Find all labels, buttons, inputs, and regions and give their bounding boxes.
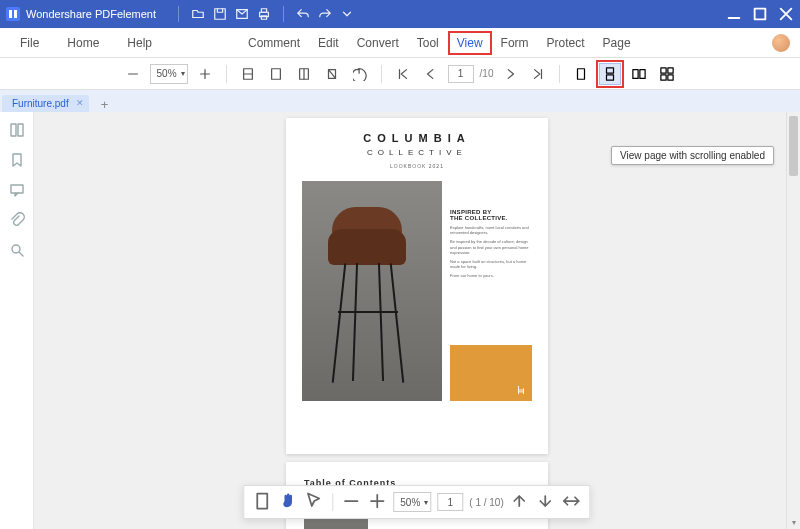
view-toolbar: 50%▾ /10 bbox=[0, 58, 800, 90]
menu-tool[interactable]: Tool bbox=[409, 32, 447, 54]
doc-hero-image bbox=[302, 181, 442, 401]
undo-icon[interactable] bbox=[296, 7, 310, 21]
two-page-button[interactable] bbox=[628, 63, 650, 85]
svg-rect-19 bbox=[11, 124, 16, 136]
tooltip: View page with scrolling enabled bbox=[611, 146, 774, 165]
minimize-button[interactable] bbox=[726, 6, 742, 22]
pdf-page-1: COLUMBIA COLLECTIVE LOOKBOOK 2021 INSPIR… bbox=[286, 118, 548, 454]
single-page-button[interactable] bbox=[570, 63, 592, 85]
first-page-button[interactable] bbox=[392, 63, 414, 85]
doc-para-3: Not a space built on structures, but a h… bbox=[450, 259, 532, 269]
print-icon[interactable] bbox=[257, 7, 271, 21]
dropdown-icon[interactable] bbox=[340, 7, 354, 21]
doc-lookbook: LOOKBOOK 2021 bbox=[302, 163, 532, 169]
attachments-icon[interactable] bbox=[9, 212, 25, 228]
side-panel bbox=[0, 112, 34, 529]
scroll-down-icon[interactable]: ▾ bbox=[787, 515, 800, 529]
prev-page-button[interactable] bbox=[420, 63, 442, 85]
svg-rect-3 bbox=[261, 9, 266, 13]
actual-size-icon[interactable] bbox=[321, 63, 343, 85]
title-bar: Wondershare PDFelement bbox=[0, 0, 800, 28]
float-prev-page[interactable] bbox=[510, 491, 530, 513]
next-page-button[interactable] bbox=[499, 63, 521, 85]
file-tab[interactable]: Furniture.pdf ✕ bbox=[2, 95, 89, 112]
svg-rect-14 bbox=[640, 69, 645, 78]
scroll-view-highlight bbox=[598, 62, 622, 86]
close-tab-icon[interactable]: ✕ bbox=[76, 98, 84, 108]
page-total: /10 bbox=[480, 68, 494, 79]
document-canvas[interactable]: View page with scrolling enabled COLUMBI… bbox=[34, 112, 800, 529]
svg-rect-11 bbox=[607, 67, 614, 72]
svg-rect-23 bbox=[257, 494, 267, 509]
bookmarks-icon[interactable] bbox=[9, 152, 25, 168]
svg-rect-17 bbox=[661, 74, 666, 79]
float-fit-width[interactable] bbox=[562, 491, 582, 513]
select-tool-icon[interactable] bbox=[304, 491, 324, 513]
zoom-select[interactable]: 50%▾ bbox=[150, 64, 188, 84]
float-zoom-select[interactable]: 50%▾ bbox=[393, 492, 431, 512]
svg-rect-5 bbox=[755, 9, 766, 20]
menu-form[interactable]: Form bbox=[493, 32, 537, 54]
menu-view[interactable]: View bbox=[449, 32, 491, 54]
doc-accent-block bbox=[450, 345, 532, 401]
svg-rect-21 bbox=[11, 185, 23, 193]
two-page-scroll-button[interactable] bbox=[656, 63, 678, 85]
hand-tool-icon[interactable] bbox=[278, 491, 298, 513]
doc-para-2: Be inspired by the decade of culture, de… bbox=[450, 239, 532, 255]
last-page-button[interactable] bbox=[527, 63, 549, 85]
redo-icon[interactable] bbox=[318, 7, 332, 21]
zoom-out-button[interactable] bbox=[122, 63, 144, 85]
svg-rect-12 bbox=[607, 74, 614, 79]
document-tabs: Furniture.pdf ✕ + bbox=[0, 90, 800, 112]
svg-rect-10 bbox=[578, 68, 585, 79]
page-input[interactable] bbox=[448, 65, 474, 83]
close-button[interactable] bbox=[778, 6, 794, 22]
menu-protect[interactable]: Protect bbox=[539, 32, 593, 54]
mail-icon[interactable] bbox=[235, 7, 249, 21]
svg-rect-13 bbox=[633, 69, 638, 78]
fit-page-icon[interactable] bbox=[265, 63, 287, 85]
save-icon[interactable] bbox=[213, 7, 227, 21]
float-next-page[interactable] bbox=[536, 491, 556, 513]
work-area: View page with scrolling enabled COLUMBI… bbox=[0, 112, 800, 529]
menu-convert[interactable]: Convert bbox=[349, 32, 407, 54]
svg-rect-4 bbox=[261, 16, 266, 20]
open-icon[interactable] bbox=[191, 7, 205, 21]
fit-height-icon[interactable] bbox=[293, 63, 315, 85]
doc-title: COLUMBIA bbox=[302, 132, 532, 144]
search-icon[interactable] bbox=[9, 242, 25, 258]
file-tab-label: Furniture.pdf bbox=[12, 98, 69, 109]
menu-help[interactable]: Help bbox=[119, 32, 160, 54]
zoom-in-button[interactable] bbox=[194, 63, 216, 85]
svg-rect-16 bbox=[668, 67, 673, 72]
vertical-scrollbar[interactable]: ▴ ▾ bbox=[786, 112, 800, 529]
scroll-thumb[interactable] bbox=[789, 116, 798, 176]
comments-icon[interactable] bbox=[9, 182, 25, 198]
svg-rect-15 bbox=[661, 67, 666, 72]
doc-heading-2: THE COLLECTIVE. bbox=[450, 215, 532, 221]
float-zoom-in[interactable] bbox=[367, 491, 387, 513]
rotate-icon[interactable] bbox=[349, 63, 371, 85]
scrolling-view-button[interactable] bbox=[599, 63, 621, 85]
menu-bar: File Home Help Comment Edit Convert Tool… bbox=[0, 28, 800, 58]
user-avatar[interactable] bbox=[772, 34, 790, 52]
menu-comment[interactable]: Comment bbox=[240, 32, 308, 54]
float-page-range: ( 1 / 10) bbox=[469, 497, 503, 508]
menu-file[interactable]: File bbox=[12, 32, 47, 54]
menu-page[interactable]: Page bbox=[595, 32, 639, 54]
doc-para-4: From our home to yours. bbox=[450, 273, 532, 278]
fit-width-icon[interactable] bbox=[237, 63, 259, 85]
app-title: Wondershare PDFelement bbox=[26, 8, 156, 20]
menu-edit[interactable]: Edit bbox=[310, 32, 347, 54]
maximize-button[interactable] bbox=[752, 6, 768, 22]
float-zoom-out[interactable] bbox=[341, 491, 361, 513]
float-page-input[interactable] bbox=[437, 493, 463, 511]
fit-view-icon[interactable] bbox=[252, 491, 272, 513]
app-logo bbox=[6, 7, 20, 21]
thumbnails-icon[interactable] bbox=[9, 122, 25, 138]
menu-home[interactable]: Home bbox=[59, 32, 107, 54]
svg-rect-7 bbox=[271, 68, 280, 79]
svg-rect-18 bbox=[668, 74, 673, 79]
svg-rect-0 bbox=[215, 9, 226, 20]
new-tab-button[interactable]: + bbox=[95, 97, 115, 112]
